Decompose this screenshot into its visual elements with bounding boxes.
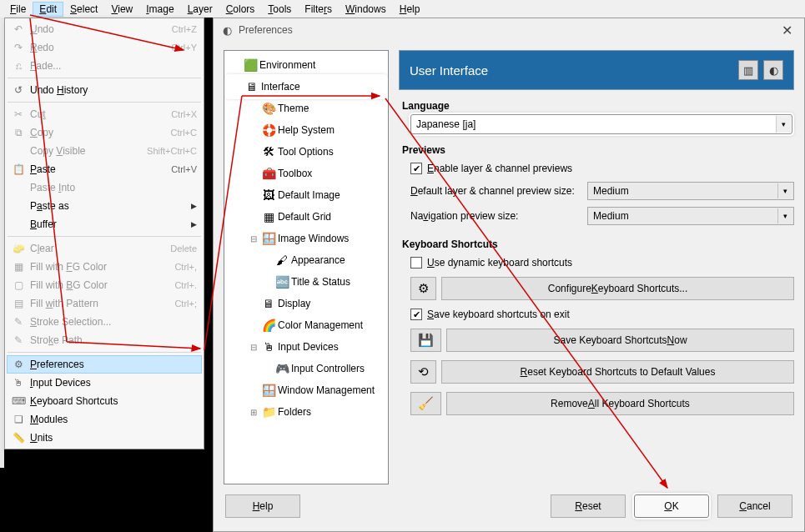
nav-item-folders[interactable]: ⊞📁Folders [226, 401, 386, 423]
menu-item-units[interactable]: 📏Units [7, 429, 202, 447]
nav-item-label: Input Devices [278, 341, 339, 353]
menu-item-shortcut: Ctrl+. [174, 280, 199, 290]
dialog-title: Preferences [239, 24, 777, 36]
nav-item-color-management[interactable]: 🌈Color Management [226, 314, 386, 336]
dialog-footer: Help Reset OK Cancel [214, 484, 804, 531]
nav-item-label: Environment [259, 59, 315, 71]
menu-file[interactable]: File [3, 2, 33, 17]
close-icon[interactable]: ✕ [777, 23, 797, 38]
nav-item-display[interactable]: 🖥Display [226, 293, 386, 314]
menu-item-input-devices[interactable]: 🖱Input Devices [7, 374, 202, 392]
nav-item-icon: 🖥 [243, 80, 261, 93]
nav-item-label: Color Management [278, 319, 363, 331]
menu-item-label: Undo [27, 23, 172, 35]
ok-button[interactable]: OK [634, 494, 709, 518]
menu-item-keyboard-shortcuts[interactable]: ⌨Keyboard Shortcuts [7, 392, 202, 410]
save-on-exit-checkbox[interactable]: ✔ [410, 309, 422, 320]
menu-item-shortcut: Ctrl+V [171, 164, 199, 174]
nav-item-label: Help System [278, 124, 335, 136]
language-value: Japanese [ja] [416, 118, 475, 130]
menu-item-label: Cut [27, 108, 171, 120]
remove-shortcuts-button[interactable]: Remove All Keyboard Shortcuts [446, 392, 794, 415]
nav-item-environment[interactable]: 🟩Environment [226, 54, 386, 76]
save-shortcuts-now-button[interactable]: Save Keyboard Shortcuts Now [446, 329, 794, 352]
reset-shortcuts-button[interactable]: Reset Keyboard Shortcuts to Default Valu… [441, 360, 794, 384]
menu-item-icon: ↺ [10, 84, 27, 96]
nav-item-help-system[interactable]: 🛟Help System [226, 119, 386, 141]
nav-item-label: Interface [261, 81, 300, 93]
configure-shortcuts-button[interactable]: Configure Keyboard Shortcuts... [441, 277, 794, 300]
preferences-nav-tree[interactable]: 🟩Environment🖥Interface🎨Theme🛟Help System… [224, 50, 389, 484]
nav-item-default-image[interactable]: 🖼Default Image [226, 184, 386, 206]
cancel-button[interactable]: Cancel [717, 494, 792, 518]
nav-item-label: Tool Options [278, 146, 334, 158]
remove-icon: 🧹 [410, 392, 441, 415]
nav-item-title-status[interactable]: 🔤Title & Status [226, 271, 386, 293]
nav-item-label: Folders [278, 406, 311, 418]
submenu-arrow-icon: ▶ [191, 220, 197, 228]
language-select[interactable]: Japanese [ja] ▾ [410, 114, 792, 134]
menu-image[interactable]: Image [139, 2, 180, 17]
menu-item-modules[interactable]: ❏Modules [7, 410, 202, 429]
default-preview-size-select[interactable]: Medium ▾ [587, 182, 794, 200]
menu-item-undo-history[interactable]: ↺Undo History [7, 81, 202, 99]
help-button[interactable]: Help [225, 494, 300, 518]
nav-item-toolbox[interactable]: 🧰Toolbox [226, 163, 386, 184]
chevron-down-icon: ▾ [776, 116, 791, 133]
nav-item-icon: 🖌 [273, 253, 291, 267]
nav-item-theme[interactable]: 🎨Theme [226, 98, 386, 119]
menu-item-preferences[interactable]: ⚙Preferences [7, 355, 202, 374]
expander-icon[interactable]: ⊟ [248, 343, 259, 352]
menu-edit[interactable]: Edit [33, 2, 63, 17]
menu-item-paste[interactable]: 📋PasteCtrl+V [7, 160, 202, 178]
nav-item-input-devices[interactable]: ⊟🖱Input Devices [226, 336, 386, 358]
menu-filters[interactable]: Filters [298, 2, 339, 17]
expander-icon[interactable]: ⊞ [248, 408, 259, 417]
menu-item-icon: ↶ [10, 23, 27, 35]
nav-item-tool-options[interactable]: 🛠Tool Options [226, 141, 386, 163]
menu-item-cut: ✂CutCtrl+X [7, 105, 202, 123]
menu-item-label: Units [27, 432, 199, 444]
menu-item-copy-visible: Copy VisibleShift+Ctrl+C [7, 142, 202, 160]
menu-item-shortcut: Ctrl+C [171, 128, 199, 138]
menu-help[interactable]: Help [393, 2, 427, 17]
nav-item-input-controllers[interactable]: 🎮Input Controllers [226, 358, 386, 379]
menu-item-paste-as[interactable]: Paste as▶ [7, 197, 202, 215]
menu-item-label: Buffer [27, 218, 199, 230]
menu-view[interactable]: View [104, 2, 139, 17]
nav-item-interface[interactable]: 🖥Interface [226, 76, 386, 98]
titlebar[interactable]: ◐ Preferences ✕ [214, 18, 804, 42]
nav-item-icon: 🛠 [259, 145, 278, 158]
nav-item-icon: 🎮 [273, 362, 291, 375]
nav-item-default-grid[interactable]: ▦Default Grid [226, 206, 386, 228]
menu-separator [8, 102, 201, 103]
menu-tools[interactable]: Tools [261, 2, 298, 17]
menu-item-label: Copy Visible [27, 145, 147, 157]
reset-button[interactable]: Reset [551, 494, 626, 518]
nav-item-window-management[interactable]: 🪟Window Management [226, 379, 386, 401]
enable-previews-checkbox[interactable]: ✔ [410, 163, 422, 174]
menu-separator [8, 352, 201, 353]
language-heading: Language [402, 100, 794, 112]
menu-windows[interactable]: Windows [339, 2, 393, 17]
nav-item-label: Title & Status [291, 276, 350, 288]
menu-layer[interactable]: Layer [181, 2, 219, 17]
submenu-arrow-icon: ▶ [191, 202, 197, 210]
menu-item-icon: ✎ [10, 334, 27, 346]
nav-item-appearance[interactable]: 🖌Appearance [226, 249, 386, 271]
menubar: File Edit Select View Image Layer Colors… [0, 0, 805, 18]
menu-select[interactable]: Select [63, 2, 104, 17]
nav-item-icon: 🎨 [259, 102, 278, 115]
navigation-preview-size-select[interactable]: Medium ▾ [587, 207, 794, 225]
chevron-down-icon: ▾ [777, 183, 792, 198]
menu-item-icon: 📋 [10, 163, 27, 175]
nav-item-icon: 🖥 [259, 297, 278, 310]
expander-icon[interactable]: ⊟ [248, 234, 259, 243]
dynamic-shortcuts-checkbox[interactable] [410, 257, 422, 269]
menu-item-buffer[interactable]: Buffer▶ [7, 215, 202, 233]
save-on-exit-label: Save keyboard shortcuts on exit [427, 309, 570, 320]
nav-item-image-windows[interactable]: ⊟🪟Image Windows [226, 228, 386, 249]
menu-item-icon: 📏 [10, 432, 27, 444]
menu-item-stroke-path: ✎Stroke Path... [7, 331, 202, 349]
menu-colors[interactable]: Colors [219, 2, 262, 17]
